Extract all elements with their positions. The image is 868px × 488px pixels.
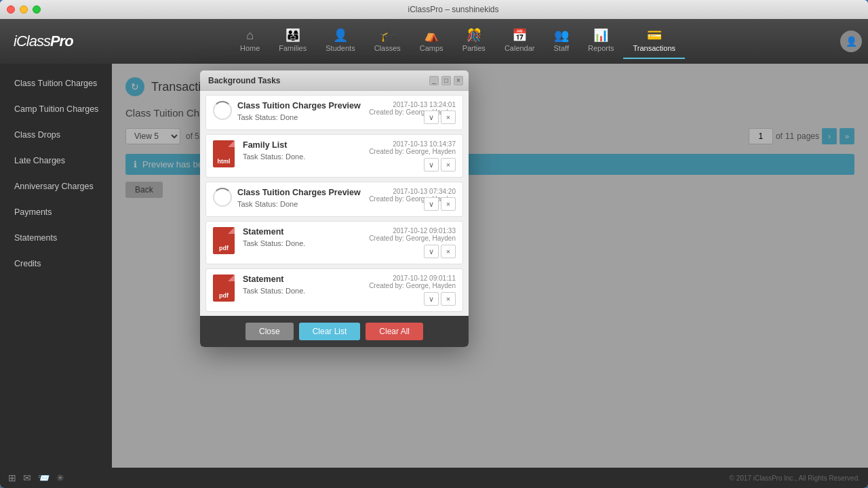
sidebar-item-anniversary[interactable]: Anniversary Charges (0, 174, 112, 199)
pdf-file-icon: pdf (213, 227, 237, 256)
nav-classes[interactable]: 🎓 Classes (365, 24, 410, 59)
task-expand-button[interactable]: ∨ (424, 292, 439, 306)
file-type-label: html (218, 158, 231, 165)
task-left: html Family List Task Status: Done. (213, 140, 369, 169)
task-left: Class Tuition Charges Preview Task Statu… (213, 188, 369, 208)
modal-body: Class Tuition Charges Preview Task Statu… (200, 91, 469, 316)
task-delete-button[interactable]: × (441, 197, 456, 211)
layers-icon: ⊞ (8, 472, 16, 483)
modal-title: Background Tasks (205, 76, 425, 85)
nav-items: ⌂ Home 👨‍👩‍👧 Families 👤 Students 🎓 Class… (81, 24, 834, 59)
task-info: Statement Task Status: Done. (243, 227, 369, 247)
classes-icon: 🎓 (380, 29, 395, 41)
modal-maximize-button[interactable]: □ (441, 76, 451, 85)
home-icon: ⌂ (246, 29, 254, 41)
sidebar-item-camp-tuition[interactable]: Camp Tuition Charges (0, 96, 112, 122)
task-delete-button[interactable]: × (441, 110, 456, 124)
app-footer: ⊞ ✉ 📨 ✳ © 2017 iClassPro Inc., All Right… (0, 468, 868, 488)
task-header: Class Tuition Charges Preview Task Statu… (213, 101, 456, 121)
task-expand-button[interactable]: ∨ (424, 245, 439, 258)
task-actions: ∨ × (424, 245, 456, 258)
modal-close-button[interactable]: Close (245, 323, 294, 340)
window-title: iClassPro – sunshinekids (45, 5, 861, 14)
clear-list-button[interactable]: Clear List (299, 323, 361, 340)
modal-minimize-button[interactable]: _ (429, 76, 439, 85)
task-name: Statement (243, 227, 369, 237)
task-info: Class Tuition Charges Preview Task Statu… (237, 101, 369, 121)
task-delete-button[interactable]: × (441, 292, 456, 306)
task-item: Class Tuition Charges Preview Task Statu… (205, 182, 463, 217)
task-status: Task Status: Done (237, 113, 369, 121)
app-content: iClassPro ⌂ Home 👨‍👩‍👧 Families 👤 Studen… (0, 19, 868, 488)
camps-icon: ⛺ (424, 29, 439, 41)
file-type-label: pdf (219, 292, 229, 299)
task-item: pdf Statement Task Status: Done. (205, 221, 463, 264)
nav-families[interactable]: 👨‍👩‍👧 Families (269, 24, 316, 59)
task-status: Task Status: Done. (243, 152, 369, 161)
task-delete-button[interactable]: × (441, 158, 456, 171)
task-status: Task Status: Done. (243, 239, 369, 247)
sidebar-item-credits[interactable]: Credits (0, 251, 112, 277)
task-header: html Family List Task Status: Done. (213, 140, 456, 169)
sidebar-item-late-charges[interactable]: Late Charges (0, 148, 112, 174)
task-meta: 2017-10-12 09:01:11 Created by: George, … (369, 274, 456, 289)
task-expand-button[interactable]: ∨ (424, 158, 439, 171)
task-header: pdf Statement Task Status: Done. (213, 227, 456, 256)
task-actions: ∨ × (424, 110, 456, 124)
task-status: Task Status: Done (237, 200, 369, 208)
task-meta: 2017-10-13 10:14:37 Created by: George, … (369, 140, 456, 155)
main-area: Class Tuition Charges Camp Tuition Charg… (0, 64, 868, 468)
nav-reports[interactable]: 📊 Reports (578, 24, 624, 59)
reports-icon: 📊 (593, 29, 608, 41)
families-icon: 👨‍👩‍👧 (285, 29, 300, 41)
sidebar-item-payments[interactable]: Payments (0, 199, 112, 225)
task-name: Class Tuition Charges Preview (237, 188, 369, 197)
nav-staff-label: Staff (554, 44, 569, 52)
nav-transactions[interactable]: 💳 Transactions (623, 24, 685, 59)
mail-icon: ✉ (23, 472, 31, 483)
task-expand-button[interactable]: ∨ (424, 110, 439, 124)
task-info: Statement Task Status: Done. (243, 274, 369, 295)
students-icon: 👤 (333, 29, 348, 41)
task-name: Class Tuition Charges Preview (237, 101, 369, 110)
nav-students-label: Students (326, 44, 355, 52)
task-left: pdf Statement Task Status: Done. (213, 227, 369, 256)
task-expand-button[interactable]: ∨ (424, 197, 439, 211)
sidebar-item-class-tuition[interactable]: Class Tuition Charges (0, 70, 112, 96)
background-tasks-modal: Background Tasks _ □ × (200, 70, 469, 347)
nav-parties[interactable]: 🎊 Parties (453, 24, 495, 59)
sidebar-item-class-drops[interactable]: Class Drops (0, 122, 112, 148)
logo: iClassPro (14, 33, 81, 50)
nav-calendar[interactable]: 📅 Calendar (495, 24, 545, 59)
clear-all-button[interactable]: Clear All (366, 323, 423, 340)
minimize-button[interactable] (20, 5, 28, 14)
maximize-button[interactable] (33, 5, 41, 14)
task-name: Statement (243, 274, 369, 284)
sidebar-item-statements[interactable]: Statements (0, 225, 112, 251)
nav-transactions-label: Transactions (633, 44, 675, 52)
task-actions: ∨ × (424, 197, 456, 211)
close-button[interactable] (7, 5, 15, 14)
parties-icon: 🎊 (467, 29, 481, 41)
task-info: Family List Task Status: Done. (243, 140, 369, 161)
task-status: Task Status: Done. (243, 287, 369, 295)
task-item: html Family List Task Status: Done. (205, 134, 463, 178)
nav-camps[interactable]: ⛺ Camps (410, 24, 453, 59)
modal-close-button[interactable]: × (454, 76, 463, 85)
sidebar: Class Tuition Charges Camp Tuition Charg… (0, 64, 112, 468)
task-name: Family List (243, 140, 369, 150)
file-ear (228, 227, 235, 234)
nav-right: 👤 (834, 30, 868, 52)
task-item: Class Tuition Charges Preview Task Statu… (205, 95, 463, 130)
nav-home-label: Home (240, 44, 260, 52)
file-ear (228, 274, 235, 281)
titlebar: iClassPro – sunshinekids (0, 0, 868, 19)
nav-home[interactable]: ⌂ Home (231, 24, 269, 59)
task-delete-button[interactable]: × (441, 245, 456, 258)
asterisk-icon: ✳ (56, 472, 64, 483)
nav-students[interactable]: 👤 Students (316, 24, 364, 59)
user-avatar[interactable]: 👤 (840, 30, 862, 52)
nav-reports-label: Reports (588, 44, 614, 52)
nav-staff[interactable]: 👥 Staff (545, 24, 578, 59)
topnav: iClassPro ⌂ Home 👨‍👩‍👧 Families 👤 Studen… (0, 19, 868, 64)
